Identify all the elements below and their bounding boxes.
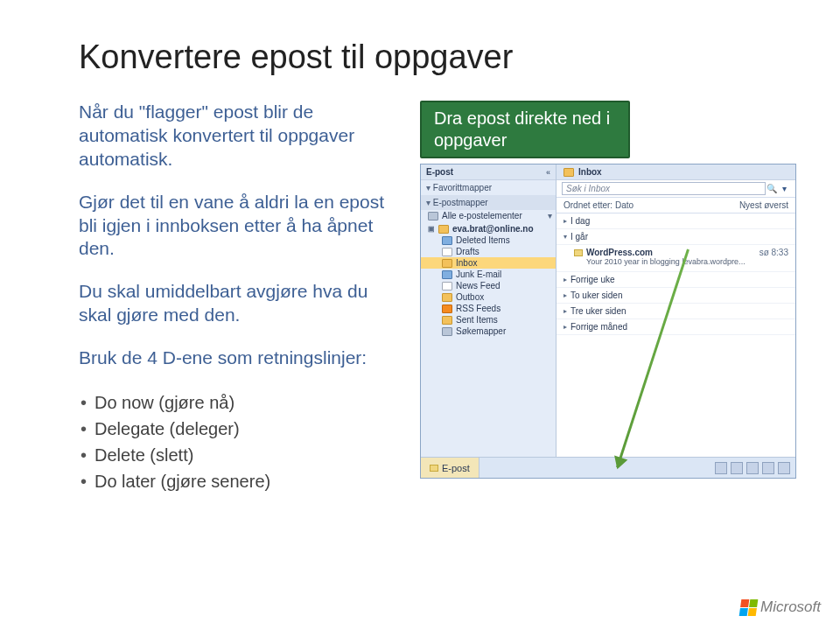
mail-folders-label[interactable]: ▾ E-postmapper (421, 195, 556, 210)
folder-sent[interactable]: Sent Items (421, 314, 556, 326)
bullet-list: Do now (gjøre nå) Delegate (deleger) Del… (79, 389, 394, 494)
nav-header-epost[interactable]: E-post « (421, 164, 556, 180)
collapse-icon[interactable]: « (546, 168, 550, 177)
message-item[interactable]: WordPress.com sø 8:33 Your 2010 year in … (556, 245, 795, 272)
folder-drafts[interactable]: Drafts (421, 246, 556, 257)
group-today[interactable]: ▸I dag (556, 214, 795, 229)
folder-deleted[interactable]: Deleted Items (421, 234, 556, 246)
news-icon (442, 282, 452, 290)
folder-icon (564, 168, 574, 177)
paragraph-1: Når du "flagger" epost blir de automatis… (79, 101, 394, 172)
fav-folders-label[interactable]: ▾ Favorittmapper (421, 180, 556, 195)
rss-icon (442, 304, 452, 313)
paragraph-4: Bruk de 4 D-ene som retningslinjer: (79, 346, 394, 370)
sort-by-label: Ordnet etter: Dato (564, 200, 634, 210)
group-three-weeks[interactable]: ▸Tre uker siden (556, 304, 795, 319)
folder-tree: ▣ eva.brat@online.no Deleted Items Draft… (421, 221, 556, 340)
footer-nav-icon[interactable] (762, 462, 774, 474)
search-dropdown-icon[interactable]: ▾ (778, 184, 790, 193)
search-folder-icon (442, 327, 452, 336)
search-row: Søk i Inbox 🔍 ▾ (556, 180, 795, 198)
bullet-do-now: Do now (gjøre nå) (79, 389, 394, 416)
message-time: sø 8:33 (760, 248, 788, 257)
footer-nav-icon[interactable] (715, 462, 727, 474)
folder-icon (438, 225, 449, 234)
folder-rss[interactable]: RSS Feeds (421, 303, 556, 314)
outlook-screenshot: E-post « ▾ Favorittmapper ▾ E-postmapper… (420, 164, 796, 479)
trash-icon (442, 236, 452, 245)
outlook-footer: E-post (421, 457, 795, 478)
outlook-message-list: Inbox Søk i Inbox 🔍 ▾ Ordnet etter: Dato… (556, 164, 795, 457)
sent-icon (442, 316, 452, 325)
folder-news[interactable]: News Feed (421, 280, 556, 291)
junk-icon (442, 270, 452, 279)
inbox-icon (442, 259, 452, 268)
footer-tab-epost[interactable]: E-post (421, 458, 480, 478)
right-column: Dra epost direkte ned i oppgaver E-post … (420, 101, 796, 494)
footer-nav-icon[interactable] (746, 462, 759, 474)
slide-title: Konvertere epost til oppgaver (79, 38, 796, 76)
paragraph-2: Gjør det til en vane å aldri la en epost… (79, 191, 394, 262)
group-last-month[interactable]: ▸Forrige måned (556, 319, 795, 335)
microsoft-flag-icon (739, 599, 759, 616)
nav-header-label: E-post (426, 167, 453, 177)
inbox-header: Inbox (556, 164, 795, 180)
folder-outbox[interactable]: Outbox (421, 291, 556, 303)
folder-junk[interactable]: Junk E-mail (421, 269, 556, 280)
outbox-icon (442, 293, 452, 302)
microsoft-logo: Microsoft (740, 598, 821, 616)
outlook-nav-pane: E-post « ▾ Favorittmapper ▾ E-postmapper… (421, 164, 556, 457)
footer-nav-icon[interactable] (778, 462, 790, 474)
footer-icons (715, 462, 795, 474)
bullet-delegate: Delegate (deleger) (79, 416, 394, 442)
folder-search[interactable]: Søkemapper (421, 326, 556, 337)
mail-icon (430, 465, 438, 472)
content-row: Når du "flagger" epost blir de automatis… (79, 101, 796, 494)
all-items-row[interactable]: Alle e-postelementer ▾ (421, 210, 556, 221)
microsoft-wordmark: Microsoft (760, 598, 821, 616)
folder-account[interactable]: ▣ eva.brat@online.no (421, 223, 556, 234)
footer-nav-icon[interactable] (731, 462, 743, 474)
sort-order-label: Nyest øverst (739, 200, 788, 210)
sort-row[interactable]: Ordnet etter: Dato Nyest øverst (556, 198, 795, 214)
search-input[interactable]: Søk i Inbox (562, 182, 766, 195)
folder-inbox[interactable]: Inbox (421, 257, 556, 269)
mail-icon (574, 249, 583, 256)
bullet-do-later: Do later (gjøre senere) (79, 468, 394, 494)
bullet-delete: Delete (slett) (79, 442, 394, 468)
left-column: Når du "flagger" epost blir de automatis… (79, 101, 394, 494)
search-icon[interactable]: 🔍 (766, 184, 778, 193)
drafts-icon (442, 248, 452, 256)
callout-box: Dra epost direkte ned i oppgaver (420, 101, 630, 158)
paragraph-3: Du skal umiddelbart avgjøre hva du skal … (79, 280, 394, 327)
group-yesterday[interactable]: ▾I går (556, 229, 795, 245)
folder-icon (428, 212, 438, 220)
